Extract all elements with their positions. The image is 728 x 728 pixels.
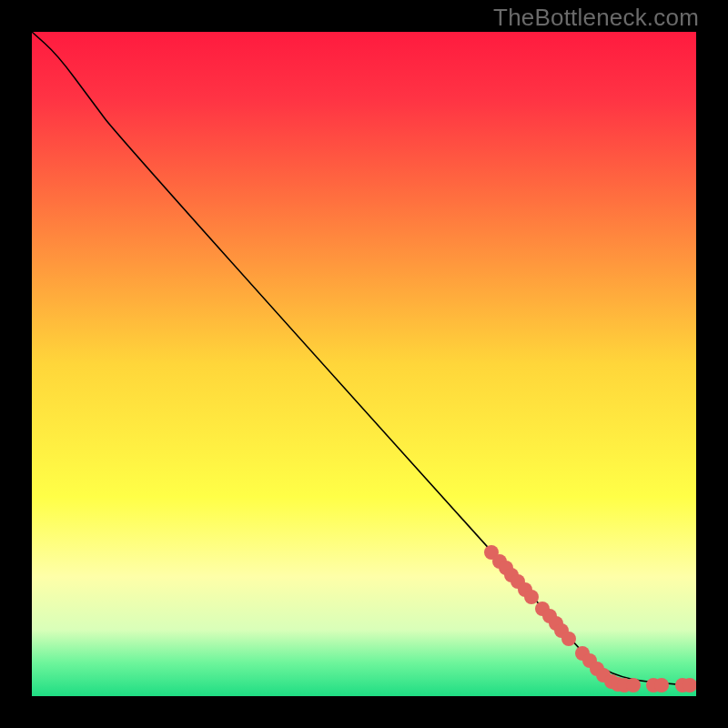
watermark-text: TheBottleneck.com [493,4,699,32]
plot-area [32,32,696,696]
data-point [654,678,669,693]
points-layer [32,32,696,696]
chart-container: TheBottleneck.com [0,0,728,728]
data-point [524,590,539,604]
data-point [626,678,641,693]
data-point [561,632,576,646]
